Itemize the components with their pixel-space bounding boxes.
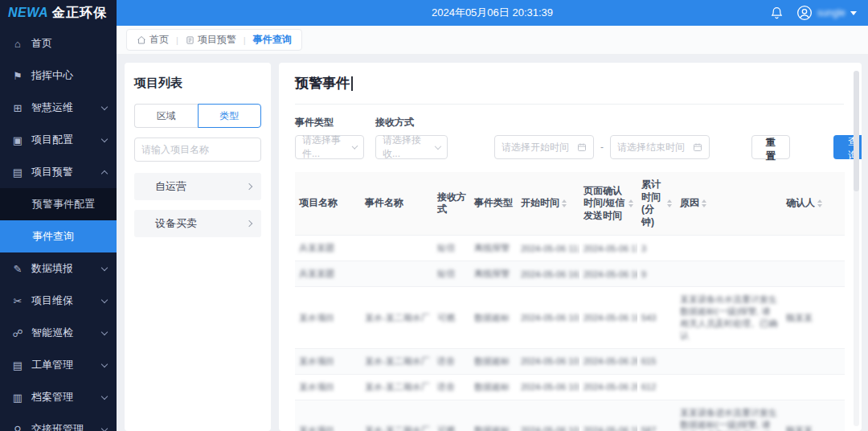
alert-doc-icon: ▤	[11, 166, 24, 179]
sort-asc-icon	[667, 199, 672, 203]
calendar-icon	[577, 142, 587, 152]
redacted-text: 2024-05-06 10:17	[521, 313, 579, 322]
sidebar-item-4[interactable]: ▣项目配置	[0, 124, 117, 156]
document-icon	[186, 35, 194, 45]
chevron-down-icon	[101, 264, 108, 270]
cell-type: 数据超标	[470, 374, 517, 400]
cell-event: 某水-某二期水厂	[361, 400, 433, 431]
breadcrumb-item-1[interactable]: 首页	[137, 33, 169, 47]
sidebar-item-7[interactable]: ✂项目维保	[0, 285, 117, 317]
table-row-6: 某水项目某水-某二期水厂可燃数据超标2024-05-06 10:112024-0…	[295, 400, 845, 431]
column-header-页面确认时间/短信发送时间[interactable]: 页面确认时间/短信发送时间	[579, 172, 637, 236]
cell-confirm-time: 2024-05-06 16:40	[579, 261, 637, 287]
redacted-text: 2024-05-06 10:12	[521, 356, 579, 366]
sort-desc-icon	[667, 204, 672, 207]
event-type-select[interactable]: 请选择事件...	[295, 135, 364, 159]
sidebar-item-5[interactable]: ▤项目预警	[0, 156, 117, 188]
redacted-text: 587	[641, 425, 656, 431]
sidebar-item-8[interactable]: ☍智能巡检	[0, 317, 117, 349]
shift-person-icon: ⚲	[11, 424, 24, 431]
tree-item-设备买卖[interactable]: 设备买卖	[134, 210, 261, 237]
column-header-原因[interactable]: 原因	[676, 172, 782, 236]
redacted-text: 某水-某二期水厂	[365, 356, 430, 366]
cell-confirmer: 魏某某	[782, 287, 845, 348]
cell-confirm-time: 2024-05-06 20:58	[579, 348, 637, 374]
cell-reason	[676, 348, 782, 374]
cell-start-time: 2024-05-06 16:22	[517, 261, 579, 287]
sidebar-subitem[interactable]: 预警事件配置	[0, 188, 117, 220]
filter-bar: 事件类型 请选择事件... 接收方式 请选择接收...	[295, 116, 844, 159]
start-time-picker[interactable]: 请选择开始时间	[494, 135, 594, 159]
scrollbar-track	[854, 71, 859, 426]
cell-method: 可燃	[433, 400, 470, 431]
sidebar-item-10[interactable]: ▥档案管理	[0, 381, 117, 413]
sort-icon[interactable]	[817, 199, 822, 207]
user-menu[interactable]: sungle	[796, 5, 857, 21]
redacted-text: 语音	[437, 382, 455, 392]
sidebar-item-9[interactable]: ▤工单管理	[0, 349, 117, 381]
tree-item-label: 设备买卖	[155, 216, 247, 231]
sort-asc-icon	[817, 199, 822, 203]
sidebar-subitem[interactable]: 事件查询	[0, 220, 117, 252]
cell-type: 离线报警	[470, 236, 517, 261]
redacted-text: 3	[641, 244, 646, 253]
column-label: 接收方式	[437, 191, 466, 216]
breadcrumb-label: 事件查询	[253, 33, 292, 47]
calendar-icon	[693, 142, 702, 152]
breadcrumb-label: 项目预警	[198, 33, 236, 47]
cell-reason: 某某设备出水流量计发生数据超标(一级)报警, 请相关人员及时处理。已确认	[676, 287, 782, 348]
sidebar-item-label: 项目配置	[31, 133, 95, 147]
cell-confirmer	[782, 374, 845, 400]
sort-icon[interactable]	[702, 199, 706, 207]
cell-event	[361, 261, 433, 287]
cell-start-time: 2024-05-06 10:12	[517, 374, 579, 400]
redacted-text: 离线报警	[474, 269, 510, 278]
redacted-text: 数据超标	[474, 425, 510, 431]
column-header-事件类型: 事件类型	[470, 172, 517, 236]
receive-method-select[interactable]: 请选择接收...	[375, 135, 448, 159]
sort-icon[interactable]	[667, 199, 672, 207]
layout: ⌂首页⚑指挥中心⊞智慧运维▣项目配置▤项目预警预警事件配置事件查询✎数据填报✂项…	[0, 26, 868, 431]
sidebar-item-11[interactable]: ⚲交接班管理	[0, 413, 117, 431]
end-time-picker[interactable]: 请选择结束时间	[610, 135, 710, 159]
cell-reason: 某某设备进水流量计发生数据超标(一级)报警, 请相关人员及时处理。(仪表), 已…	[676, 400, 782, 431]
scrollbar-thumb[interactable]	[854, 71, 859, 191]
cell-confirmer	[782, 348, 845, 374]
sort-icon[interactable]	[562, 199, 567, 207]
column-header-确认人[interactable]: 确认人	[782, 172, 845, 236]
sidebar-item-label: 项目维保	[31, 293, 95, 308]
tree-item-自运营[interactable]: 自运营	[134, 173, 261, 200]
event-type-label: 事件类型	[295, 116, 364, 129]
datetime-display: 2024年05月06日 20:31:39	[432, 6, 553, 20]
app: NEWA 金正环保 2024年05月06日 20:31:39	[0, 0, 868, 431]
date-range-filter: 请选择开始时间 - 请选择结束时间	[494, 135, 710, 159]
redacted-text: 数据超标	[474, 382, 510, 392]
cell-project: 兵某某团	[295, 261, 361, 287]
cell-project: 某水项目	[295, 400, 361, 431]
breadcrumb-item-2[interactable]: 项目预警	[186, 33, 236, 47]
text-cursor	[351, 76, 353, 91]
cell-event: 某水-某二期水厂	[361, 348, 433, 374]
column-header-累计时间(分钟)[interactable]: 累计时间(分钟)	[637, 172, 676, 236]
sidebar-item-1[interactable]: ⌂首页	[0, 27, 117, 60]
cell-type: 离线报警	[470, 261, 517, 287]
sidebar-item-2[interactable]: ⚑指挥中心	[0, 60, 117, 92]
redacted-text: 2024-05-06 17:05	[583, 244, 637, 253]
tab-区域[interactable]: 区域	[134, 104, 198, 128]
event-type-filter: 事件类型 请选择事件...	[295, 116, 364, 159]
table-row-2: 兵某某团短信离线报警2024-05-06 16:222024-05-06 16:…	[295, 261, 845, 287]
cell-reason	[676, 236, 782, 261]
project-search-input[interactable]	[134, 138, 261, 162]
sidebar-item-6[interactable]: ✎数据填报	[0, 252, 117, 285]
reset-button[interactable]: 重置	[751, 135, 790, 159]
bell-icon[interactable]	[770, 6, 784, 20]
tab-类型[interactable]: 类型	[198, 104, 262, 128]
cell-confirm-time: 2024-05-06 19:58	[579, 400, 637, 431]
archive-icon: ▥	[11, 392, 24, 404]
column-header-开始时间[interactable]: 开始时间	[517, 172, 579, 236]
sort-icon[interactable]	[628, 199, 633, 207]
sort-asc-icon	[628, 199, 633, 203]
column-label: 确认人	[786, 197, 815, 210]
tree-item-label: 自运营	[155, 179, 247, 194]
sidebar-item-3[interactable]: ⊞智慧运维	[0, 92, 117, 124]
